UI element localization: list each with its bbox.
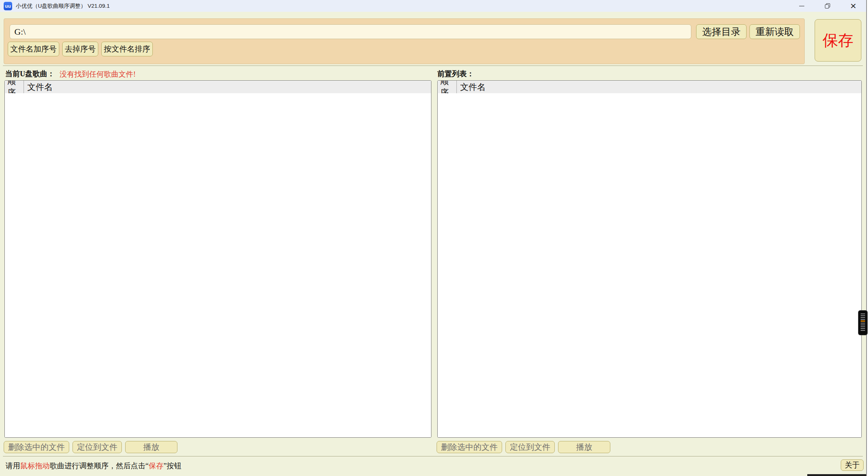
handle-orange-indicator [861, 321, 865, 322]
screen-edge-handle[interactable] [858, 311, 867, 335]
top-separator [3, 66, 863, 66]
bottom-right-dark-edge [807, 474, 866, 476]
play-button[interactable]: 播放 [558, 441, 610, 453]
close-button[interactable]: × [840, 0, 866, 12]
no-songs-warning: 没有找到任何歌曲文件! [60, 69, 136, 79]
remove-number-button[interactable]: 去掉序号 [62, 42, 98, 56]
app-icon: uu [4, 2, 12, 10]
delete-selected-button[interactable]: 删除选中的文件 [437, 441, 502, 453]
preset-list-header: 顺序 文件名 [438, 81, 861, 94]
about-button[interactable]: 关于 [841, 459, 864, 471]
status-hint: 请用鼠标拖动歌曲进行调整顺序，然后点击“保存”按钮 [6, 461, 181, 471]
column-header-order[interactable]: 顺序 [5, 81, 24, 93]
minimize-button[interactable] [789, 0, 815, 12]
status-text: 请用 [6, 462, 20, 470]
left-panel-actions: 删除选中的文件 定位到文件 播放 [4, 441, 177, 453]
usb-song-list[interactable]: 顺序 文件名 [4, 80, 431, 438]
locate-file-button[interactable]: 定位到文件 [73, 441, 122, 453]
preset-list-body[interactable] [438, 93, 861, 437]
sort-by-name-button[interactable]: 按文件名排序 [101, 42, 153, 56]
status-text-drag-highlight: 鼠标拖动 [20, 462, 50, 470]
window-controls: × [789, 0, 866, 12]
usb-song-list-body[interactable] [5, 93, 431, 437]
bottom-separator [3, 456, 863, 457]
right-panel-actions: 删除选中的文件 定位到文件 播放 [437, 441, 610, 453]
titlebar: uu 小优优（U盘歌曲顺序调整） V21.09.1 × [0, 0, 866, 12]
minimize-icon [799, 6, 804, 6]
right-panel-label: 前置列表： [437, 69, 474, 79]
path-input[interactable] [10, 24, 691, 39]
play-button[interactable]: 播放 [125, 441, 177, 453]
toolbar-panel: 选择目录 重新读取 文件名加序号 去掉序号 按文件名排序 [4, 18, 805, 64]
status-text: ”按钮 [163, 462, 181, 470]
column-header-filename[interactable]: 文件名 [24, 81, 431, 93]
column-header-filename[interactable]: 文件名 [457, 81, 861, 93]
delete-selected-button[interactable]: 删除选中的文件 [4, 441, 69, 453]
maximize-restore-button[interactable] [815, 0, 840, 12]
toolbar-row2: 文件名加序号 去掉序号 按文件名排序 [8, 42, 153, 56]
window-title: 小优优（U盘歌曲顺序调整） V21.09.1 [16, 3, 110, 10]
left-panel-label: 当前U盘歌曲： [5, 69, 54, 79]
locate-file-button[interactable]: 定位到文件 [505, 441, 555, 453]
usb-song-list-header: 顺序 文件名 [5, 81, 431, 94]
save-button[interactable]: 保存 [815, 19, 861, 62]
select-directory-button[interactable]: 选择目录 [696, 24, 747, 39]
add-number-button[interactable]: 文件名加序号 [8, 42, 59, 56]
restore-icon [825, 3, 830, 8]
handle-stripes-icon [861, 314, 865, 332]
status-text: 歌曲进行调整顺序，然后点击“ [50, 462, 149, 470]
preset-list[interactable]: 顺序 文件名 [437, 80, 862, 438]
reload-button[interactable]: 重新读取 [749, 24, 800, 39]
close-icon: × [850, 2, 857, 10]
column-header-order[interactable]: 顺序 [438, 81, 457, 93]
status-text-save-highlight: 保存 [149, 462, 163, 470]
app-window: uu 小优优（U盘歌曲顺序调整） V21.09.1 × 选择目录 重新读取 文件… [0, 0, 867, 476]
